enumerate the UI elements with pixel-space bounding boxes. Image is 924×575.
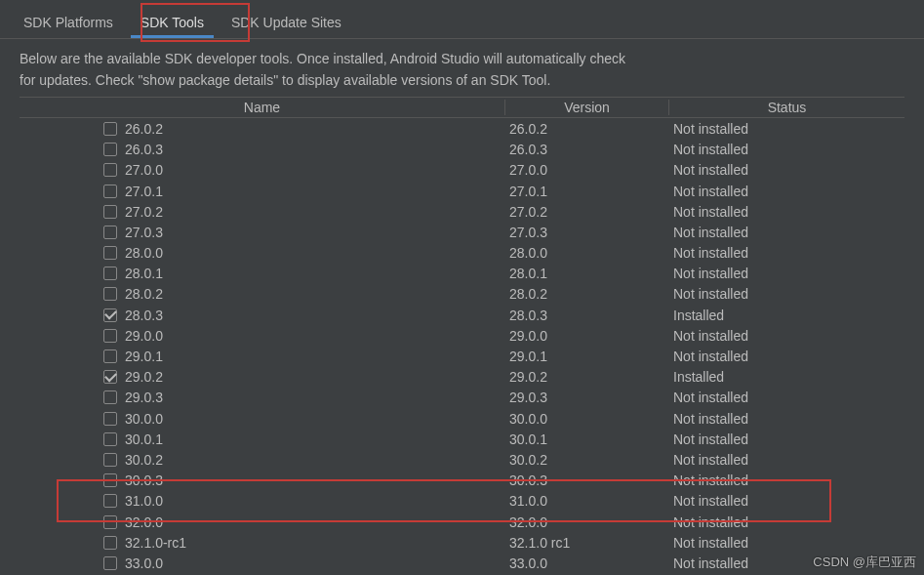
checkbox[interactable] [103, 287, 117, 301]
checkbox[interactable] [103, 246, 117, 260]
checkbox[interactable] [103, 556, 117, 570]
row-name-label: 28.0.0 [125, 245, 163, 261]
table-row[interactable]: 29.0.129.0.1Not installed [20, 346, 904, 366]
table-row[interactable]: 29.0.229.0.2Installed [20, 367, 904, 388]
cell-name: 31.0.0 [20, 493, 505, 509]
cell-status: Not installed [669, 225, 904, 240]
cell-version: 27.0.1 [505, 184, 669, 199]
table-row[interactable]: 30.0.130.0.1Not installed [20, 429, 904, 449]
checkbox[interactable] [103, 185, 117, 198]
cell-status: Not installed [669, 514, 904, 530]
checkbox[interactable] [103, 453, 117, 467]
checkbox[interactable] [103, 494, 117, 508]
cell-version: 28.0.2 [505, 286, 669, 302]
cell-version: 27.0.2 [505, 204, 669, 220]
cell-version: 28.0.1 [505, 266, 669, 281]
col-header-status[interactable]: Status [669, 100, 904, 115]
table-row[interactable]: 29.0.329.0.3Not installed [20, 388, 904, 408]
row-name-label: 29.0.0 [125, 328, 163, 344]
row-name-label: 30.0.0 [125, 411, 163, 427]
cell-name: 29.0.0 [20, 328, 505, 344]
cell-version: 29.0.1 [505, 349, 669, 364]
cell-status: Not installed [669, 121, 904, 137]
checkbox[interactable] [103, 536, 117, 550]
checkbox[interactable] [103, 329, 117, 343]
watermark-text: CSDN @库巴亚西 [813, 554, 916, 571]
col-header-version[interactable]: Version [505, 100, 669, 115]
tab-sdk-update-sites[interactable]: SDK Update Sites [218, 9, 355, 38]
checkbox[interactable] [103, 432, 117, 446]
row-name-label: 33.0.0 [125, 555, 163, 571]
table-row[interactable]: 28.0.128.0.1Not installed [20, 264, 904, 284]
cell-version: 28.0.3 [505, 308, 669, 323]
table-row[interactable]: 26.0.226.0.2Not installed [20, 118, 904, 139]
table-body: 26.0.226.0.2Not installed26.0.326.0.3Not… [20, 118, 904, 573]
tab-sdk-platforms[interactable]: SDK Platforms [10, 9, 127, 38]
checkbox[interactable] [103, 473, 117, 487]
cell-status: Not installed [669, 535, 904, 551]
cell-version: 32.1.0 rc1 [505, 535, 669, 551]
table-row[interactable]: 27.0.327.0.3Not installed [20, 222, 904, 242]
row-name-label: 27.0.0 [125, 162, 163, 178]
sdk-table: Name Version Status 26.0.226.0.2Not inst… [20, 97, 904, 573]
cell-name: 28.0.0 [20, 245, 505, 261]
checkbox[interactable] [103, 226, 117, 239]
cell-name: 33.0.0 [20, 555, 505, 571]
checkbox[interactable] [103, 163, 117, 177]
table-row[interactable]: 31.0.031.0.0Not installed [20, 491, 904, 512]
table-row[interactable]: 32.1.0-rc132.1.0 rc1Not installed [20, 532, 904, 553]
checkbox[interactable] [103, 370, 117, 384]
row-name-label: 29.0.1 [125, 349, 163, 364]
cell-name: 26.0.2 [20, 121, 505, 137]
cell-name: 30.0.1 [20, 431, 505, 447]
cell-version: 27.0.3 [505, 225, 669, 240]
row-name-label: 31.0.0 [125, 493, 163, 509]
table-row[interactable]: 29.0.029.0.0Not installed [20, 325, 904, 346]
cell-status: Not installed [669, 162, 904, 178]
checkbox[interactable] [103, 412, 117, 426]
checkbox[interactable] [103, 122, 117, 136]
tab-sdk-tools[interactable]: SDK Tools [127, 9, 218, 38]
table-row[interactable]: 32.0.032.0.0Not installed [20, 512, 904, 532]
cell-status: Not installed [669, 245, 904, 261]
checkbox[interactable] [103, 349, 117, 363]
cell-name: 29.0.3 [20, 390, 505, 405]
table-row[interactable]: 28.0.228.0.2Not installed [20, 284, 904, 305]
row-name-label: 28.0.3 [125, 308, 163, 323]
table-row[interactable]: 30.0.230.0.2Not installed [20, 449, 904, 470]
table-row[interactable]: 27.0.027.0.0Not installed [20, 160, 904, 181]
row-name-label: 29.0.3 [125, 390, 163, 405]
cell-status: Not installed [669, 452, 904, 468]
cell-name: 32.0.0 [20, 514, 505, 530]
table-row[interactable]: 27.0.127.0.1Not installed [20, 181, 904, 201]
cell-name: 27.0.2 [20, 204, 505, 220]
table-row[interactable]: 28.0.328.0.3Installed [20, 305, 904, 325]
checkbox[interactable] [103, 205, 117, 219]
table-row[interactable]: 28.0.028.0.0Not installed [20, 243, 904, 264]
table-row[interactable]: 26.0.326.0.3Not installed [20, 140, 904, 160]
row-name-label: 30.0.2 [125, 452, 163, 468]
cell-version: 26.0.2 [505, 121, 669, 137]
tab-label: SDK Platforms [23, 15, 113, 30]
checkbox[interactable] [103, 515, 117, 529]
cell-status: Not installed [669, 411, 904, 427]
cell-status: Not installed [669, 142, 904, 157]
cell-status: Not installed [669, 349, 904, 364]
cell-version: 29.0.2 [505, 369, 669, 385]
table-row[interactable]: 27.0.227.0.2Not installed [20, 201, 904, 222]
table-row[interactable]: 30.0.030.0.0Not installed [20, 408, 904, 429]
table-row[interactable]: 30.0.330.0.3Not installed [20, 471, 904, 491]
row-name-label: 32.0.0 [125, 514, 163, 530]
checkbox[interactable] [103, 267, 117, 280]
cell-version: 30.0.0 [505, 411, 669, 427]
col-header-name[interactable]: Name [20, 100, 505, 115]
cell-status: Not installed [669, 328, 904, 344]
cell-status: Not installed [669, 266, 904, 281]
checkbox[interactable] [103, 308, 117, 322]
cell-status: Installed [669, 308, 904, 323]
tab-label: SDK Update Sites [231, 15, 341, 30]
checkbox[interactable] [103, 390, 117, 404]
row-name-label: 26.0.2 [125, 121, 163, 137]
table-row[interactable]: 33.0.033.0.0Not installed [20, 553, 904, 573]
checkbox[interactable] [103, 143, 117, 156]
